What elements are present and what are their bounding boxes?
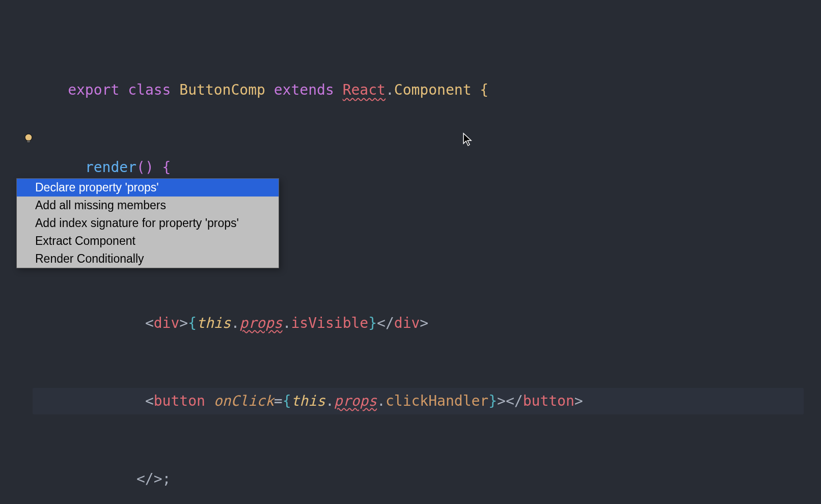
props-identifier-2: props (334, 393, 377, 409)
method-render: render (85, 159, 136, 176)
tag-button: button (154, 393, 205, 409)
popup-item-extract-component[interactable]: Extract Component (17, 232, 279, 250)
react-identifier: React (343, 81, 386, 98)
tag-div: div (154, 315, 180, 331)
code-line-1[interactable]: export class ButtonComp extends React.Co… (16, 77, 805, 103)
keyword-export: export (68, 81, 119, 98)
this-keyword: this (197, 315, 231, 331)
popup-item-add-missing-members[interactable]: Add all missing members (17, 197, 279, 214)
clickhandler-member: clickHandler (386, 393, 488, 409)
this-keyword-2: this (291, 393, 325, 409)
code-line-4[interactable]: <div>{this.props.isVisible}</div> (16, 310, 805, 337)
class-name: ButtonComp (179, 81, 265, 98)
onclick-attr: onClick (214, 393, 274, 409)
keyword-class: class (128, 81, 171, 98)
isvisible-member: isVisible (291, 315, 368, 331)
popup-item-declare-property[interactable]: Declare property 'props' (17, 179, 279, 197)
keyword-extends: extends (274, 81, 334, 98)
svg-point-0 (25, 134, 32, 141)
props-identifier: props (239, 315, 282, 331)
code-line-6[interactable]: </>; (16, 466, 805, 492)
quick-fix-popup: Declare property 'props' Add all missing… (16, 178, 279, 268)
popup-item-render-conditionally[interactable]: Render Conditionally (17, 250, 279, 268)
lightbulb-icon[interactable] (22, 131, 35, 144)
popup-item-add-index-signature[interactable]: Add index signature for property 'props' (17, 214, 279, 232)
code-line-2[interactable]: render() { (16, 155, 805, 181)
component-identifier: Component (394, 81, 472, 98)
code-line-5[interactable]: <button onClick={this.props.clickHandler… (16, 388, 805, 414)
